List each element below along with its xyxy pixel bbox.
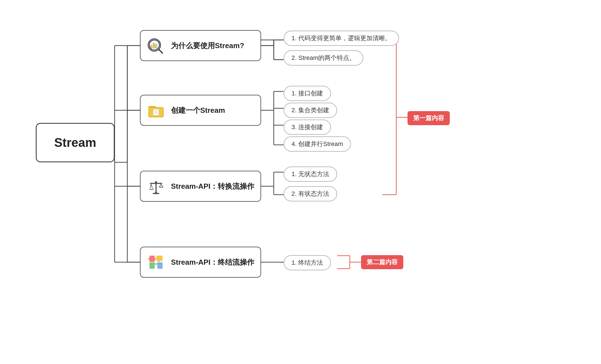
leaf-1-2: 2. Stream的两个特点。 [284, 50, 363, 66]
svg-rect-38 [153, 193, 159, 194]
search-chart-icon [146, 36, 166, 55]
folder-icon [146, 100, 166, 120]
branch-2-label: 创建一个Stream [171, 105, 225, 115]
leaf-1-1: 1. 代码变得更简单，逻辑更加清晰。 [284, 31, 399, 46]
svg-rect-28 [153, 44, 154, 48]
leaf-2-4: 4. 创建并行Stream [284, 136, 351, 152]
branch-node-3: Stream-API：转换流操作 [140, 171, 261, 202]
svg-line-41 [150, 184, 151, 188]
leaf-3-1: 1. 无状态方法 [284, 167, 337, 182]
branch-3-label: Stream-API：转换流操作 [171, 181, 254, 191]
puzzle-icon [146, 252, 166, 272]
mind-map: Stream 为什么要使用Stream? [19, 13, 582, 351]
section-label-1: 第一篇内容 [408, 111, 450, 125]
svg-line-30 [159, 50, 163, 53]
leaf-3-2: 2. 有状态方法 [284, 186, 337, 201]
svg-rect-39 [155, 183, 157, 192]
branch-4-label: Stream-API：终结流操作 [171, 257, 254, 267]
leaf-2-3: 3. 连接创建 [284, 120, 331, 135]
root-node-label: Stream [54, 136, 96, 150]
scale-icon [146, 176, 166, 196]
branch-node-1: 为什么要使用Stream? [140, 30, 261, 61]
root-node: Stream [36, 123, 115, 162]
leaf-2-1: 1. 接口创建 [284, 86, 331, 101]
branch-node-2: 创建一个Stream [140, 95, 261, 126]
svg-point-45 [155, 181, 157, 183]
svg-rect-27 [151, 46, 152, 48]
svg-rect-29 [155, 44, 156, 48]
svg-line-42 [151, 184, 153, 188]
branch-node-4: Stream-API：终结流操作 [140, 247, 261, 278]
leaf-2-2: 2. 集合类创建 [284, 103, 337, 118]
leaf-4-1: 1. 终结方法 [284, 255, 331, 270]
section-label-2: 第二篇内容 [361, 255, 403, 269]
branch-1-label: 为什么要使用Stream? [171, 41, 244, 51]
